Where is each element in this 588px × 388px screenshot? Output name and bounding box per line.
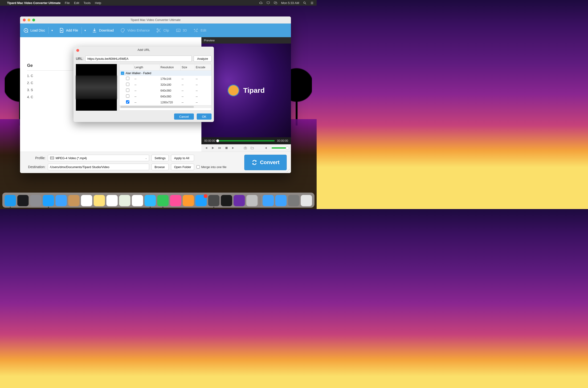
dock-contacts[interactable]: [68, 195, 80, 206]
table-row[interactable]: -- 176x144 -- -- 3gp: [119, 76, 211, 82]
dock-launchpad[interactable]: [30, 195, 41, 206]
window-title: Tipard Mac Video Converter Ultimate: [20, 18, 291, 22]
add-file-dropdown[interactable]: ▼: [82, 29, 89, 32]
clip-button[interactable]: Clip: [153, 24, 172, 37]
row-checkbox[interactable]: [126, 83, 129, 86]
volume-slider[interactable]: [272, 147, 288, 148]
url-input[interactable]: [85, 56, 192, 62]
table-row[interactable]: -- 1280x720 -- -- mp: [119, 99, 211, 105]
video-enhance-button[interactable]: Video Enhance: [117, 24, 153, 37]
snapshot-icon[interactable]: [244, 146, 247, 150]
snapshot-folder-icon[interactable]: [250, 146, 254, 150]
menu-file[interactable]: File: [65, 1, 70, 5]
dock-mail[interactable]: [56, 195, 67, 206]
ok-button[interactable]: OK: [197, 114, 211, 120]
edit-label: Edit: [201, 28, 206, 32]
table-row[interactable]: -- 640x360 -- -- wel: [119, 88, 211, 94]
collapse-icon[interactable]: −: [121, 72, 124, 75]
menubar-app-name[interactable]: Tipard Mac Video Converter Ultimate: [7, 1, 61, 5]
menubar-clock[interactable]: Mon 5:33 AM: [281, 1, 299, 5]
airplay-icon[interactable]: [266, 1, 270, 5]
open-folder-button[interactable]: Open Folder: [171, 164, 194, 170]
mac-menubar: Tipard Mac Video Converter Ultimate File…: [0, 0, 317, 6]
menu-edit[interactable]: Edit: [74, 1, 79, 5]
menu-help[interactable]: Help: [95, 1, 101, 5]
add-file-label: Add File: [66, 28, 78, 32]
col-encode: Encode: [195, 64, 211, 70]
convert-button[interactable]: Convert: [244, 155, 287, 170]
three-d-label: 3D: [183, 28, 187, 32]
horizontal-scrollbar[interactable]: [119, 105, 211, 108]
group-row[interactable]: − Alan Walker - Faded: [119, 71, 211, 76]
forward-icon[interactable]: [218, 146, 221, 150]
row-checkbox[interactable]: [126, 77, 129, 80]
browse-button[interactable]: Browse: [152, 164, 169, 170]
next-icon[interactable]: [231, 146, 235, 150]
dock-messages[interactable]: [145, 195, 156, 206]
destination-field[interactable]: /Users/dmx/Documents/Tipard Studio/Video: [48, 164, 149, 170]
url-label: URL:: [76, 57, 83, 61]
cell-resolution: 1280x720: [159, 100, 181, 105]
dock-facetime[interactable]: [157, 195, 169, 206]
dock-safari[interactable]: [43, 195, 54, 206]
dock-maps[interactable]: [119, 195, 130, 206]
play-icon[interactable]: [211, 146, 215, 150]
dock-app-icon[interactable]: [234, 195, 245, 206]
svg-point-12: [245, 148, 246, 148]
dock-notes[interactable]: [94, 195, 105, 206]
window-titlebar[interactable]: Tipard Mac Video Converter Ultimate: [20, 17, 291, 24]
app-toolbar: Load Disc ▼ Add File ▼ Download Video En…: [20, 24, 291, 37]
three-d-button[interactable]: 3D 3D: [173, 24, 190, 37]
profile-select[interactable]: MPEGMPEG-4 Video (*.mp4) ⌄: [48, 155, 149, 161]
dock-folder-blue[interactable]: [263, 195, 274, 206]
apply-to-all-button[interactable]: Apply to All: [171, 155, 194, 161]
dock-stacks[interactable]: [288, 195, 299, 206]
analyze-button[interactable]: Analyze: [194, 56, 211, 62]
dock-folder-downloads[interactable]: [275, 195, 287, 206]
dock-trash[interactable]: [301, 195, 312, 206]
merge-label: Merge into one file: [201, 165, 226, 169]
stop-icon[interactable]: [225, 146, 228, 150]
edit-button[interactable]: Edit: [190, 24, 209, 37]
svg-rect-1: [275, 2, 277, 4]
timeline-track[interactable]: [218, 140, 275, 142]
dock-ibooks[interactable]: [183, 195, 194, 206]
row-checkbox[interactable]: [126, 89, 129, 92]
dock-appstore[interactable]: [196, 195, 207, 206]
group-title: Alan Walker - Faded: [126, 72, 151, 75]
table-row[interactable]: -- 640x360 -- -- mp: [119, 94, 211, 99]
cancel-button[interactable]: Cancel: [174, 114, 194, 120]
dock-siri[interactable]: [17, 195, 29, 206]
dock-calendar[interactable]: [81, 195, 92, 206]
load-disc-button[interactable]: Load Disc: [20, 24, 48, 37]
merge-checkbox[interactable]: [197, 165, 200, 169]
add-file-button[interactable]: Add File: [56, 24, 81, 37]
dock-preferences[interactable]: [208, 195, 220, 206]
spotlight-icon[interactable]: [303, 1, 307, 5]
prev-icon[interactable]: [204, 146, 208, 150]
resize-grip-icon[interactable]: ⋰: [287, 168, 290, 172]
three-d-icon: 3D: [176, 28, 181, 33]
dock-itunes[interactable]: [170, 195, 181, 206]
load-disc-dropdown[interactable]: ▼: [49, 29, 56, 32]
screen-mirror-icon[interactable]: [274, 1, 277, 5]
preview-canvas: Tipard: [202, 44, 291, 137]
dock-reminders[interactable]: [106, 195, 118, 206]
menu-tools[interactable]: Tools: [83, 1, 90, 5]
dock-finder[interactable]: [5, 195, 16, 206]
download-button[interactable]: Download: [89, 24, 117, 37]
row-checkbox[interactable]: [126, 100, 129, 104]
dock-tipard-app[interactable]: [246, 195, 258, 206]
dock-terminal[interactable]: [221, 195, 232, 206]
playback-timeline: 00:00:00 00:00:00: [202, 137, 291, 144]
menu-list-icon[interactable]: [310, 1, 314, 5]
row-checkbox[interactable]: [126, 95, 129, 98]
settings-button[interactable]: Settings: [152, 155, 169, 161]
palette-icon: [120, 28, 126, 33]
creative-cloud-icon[interactable]: [259, 1, 263, 5]
volume-icon[interactable]: [265, 146, 268, 150]
dock-photos[interactable]: [132, 195, 143, 206]
dock-separator: [260, 196, 260, 206]
tipard-brand-text: Tipard: [243, 86, 265, 95]
table-row[interactable]: -- 320x180 -- -- 3gp: [119, 82, 211, 88]
